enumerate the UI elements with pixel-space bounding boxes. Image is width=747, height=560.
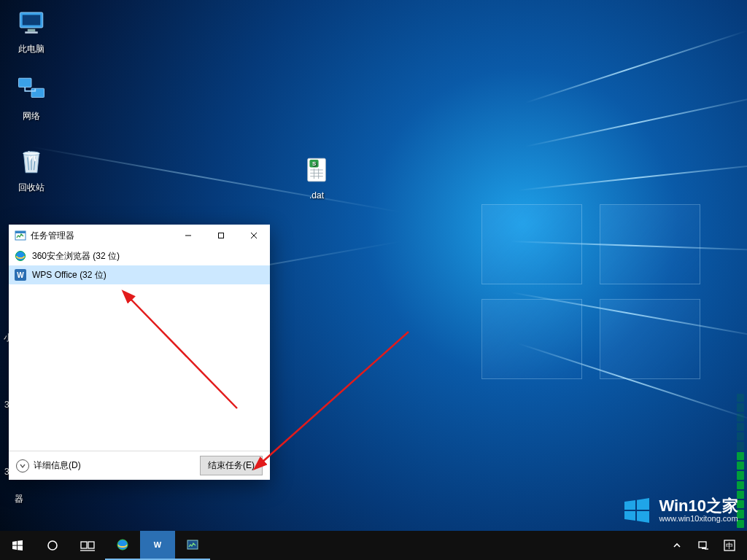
- svg-marker-27: [624, 500, 635, 510]
- tray-ime-button[interactable]: 中: [716, 540, 743, 551]
- window-title: 任务管理器: [31, 230, 171, 242]
- svg-rect-16: [15, 231, 26, 233]
- chevron-down-icon: [16, 459, 29, 472]
- svg-rect-43: [699, 542, 706, 548]
- watermark: Win10之家 www.win10xitong.com: [622, 496, 738, 525]
- task-view-icon: [80, 540, 95, 551]
- network-tray-icon: [697, 540, 709, 551]
- icon-label: 此电脑: [4, 43, 58, 55]
- svg-marker-30: [637, 511, 649, 523]
- watermark-title: Win10之家: [659, 498, 738, 514]
- minimize-button[interactable]: [171, 225, 204, 246]
- wps-icon: W: [152, 539, 163, 551]
- system-tray[interactable]: 中: [664, 531, 747, 560]
- process-name: 360安全浏览器 (32 位): [32, 250, 120, 262]
- wps-icon: W: [15, 269, 26, 281]
- process-row-selected[interactable]: W WPS Office (32 位): [9, 265, 270, 284]
- wallpaper-window-icon: [481, 204, 700, 379]
- ime-icon: 中: [724, 540, 735, 551]
- taskmgr-footer: 详细信息(D) 结束任务(E): [9, 451, 270, 480]
- svg-text:W: W: [154, 540, 162, 549]
- stray-label: 器: [15, 493, 23, 505]
- end-task-button[interactable]: 结束任务(E): [200, 456, 263, 475]
- svg-point-35: [48, 541, 57, 550]
- svg-marker-29: [624, 511, 635, 521]
- desktop[interactable]: 此电脑 网络 回收站 S .dat 小 3 3 器 任务管理器 360安全浏览器…: [0, 0, 747, 560]
- start-button[interactable]: [0, 531, 35, 560]
- svg-line-26: [261, 332, 409, 463]
- ie-icon: [117, 539, 128, 551]
- network-icon: [16, 74, 47, 105]
- task-view-button[interactable]: [70, 531, 105, 560]
- taskbar-app-wps[interactable]: W: [140, 531, 175, 560]
- taskbar-app-360browser[interactable]: [105, 531, 140, 560]
- svg-marker-31: [12, 541, 17, 545]
- pc-icon: [16, 7, 47, 38]
- desktop-icon-network[interactable]: 网络: [4, 74, 58, 122]
- titlebar[interactable]: 任务管理器: [9, 225, 270, 246]
- svg-rect-18: [218, 233, 223, 238]
- ie-icon: [15, 250, 26, 262]
- taskbar[interactable]: W 中: [0, 531, 747, 560]
- watermark-url: www.win10xitong.com: [659, 514, 738, 523]
- circle-icon: [47, 540, 58, 551]
- more-details-label: 详细信息(D): [34, 459, 81, 472]
- icon-label: 网络: [4, 110, 58, 122]
- maximize-button[interactable]: [204, 225, 237, 246]
- close-button[interactable]: [237, 225, 270, 246]
- svg-rect-4: [19, 78, 32, 87]
- desktop-icon-this-pc[interactable]: 此电脑: [4, 7, 58, 55]
- svg-rect-36: [81, 542, 87, 548]
- svg-text:W: W: [17, 271, 24, 279]
- taskmgr-icon: [187, 539, 198, 551]
- process-list[interactable]: 360安全浏览器 (32 位) W WPS Office (32 位): [9, 246, 270, 451]
- svg-rect-5: [31, 88, 44, 97]
- wallpaper-streak: [525, 30, 747, 104]
- windows-logo-icon: [622, 496, 651, 525]
- recycle-bin-icon: [16, 146, 47, 176]
- windows-logo-icon: [12, 540, 23, 551]
- svg-text:S: S: [312, 160, 316, 167]
- icon-label: .dat: [290, 190, 344, 201]
- icon-label: 回收站: [4, 182, 58, 194]
- svg-rect-1: [23, 15, 41, 26]
- svg-marker-33: [12, 546, 17, 551]
- cortana-button[interactable]: [35, 531, 70, 560]
- svg-rect-2: [28, 29, 36, 32]
- process-name: WPS Office (32 位): [32, 269, 107, 281]
- svg-rect-37: [88, 542, 94, 548]
- svg-marker-28: [637, 498, 649, 510]
- desktop-icon-dat-file[interactable]: S .dat: [290, 155, 344, 201]
- wallpaper-streak: [29, 146, 403, 213]
- more-details-button[interactable]: 详细信息(D): [16, 459, 194, 472]
- process-row[interactable]: 360安全浏览器 (32 位): [9, 246, 270, 265]
- desktop-icon-recycle-bin[interactable]: 回收站: [4, 146, 58, 194]
- task-manager-window[interactable]: 任务管理器 360安全浏览器 (32 位) W WPS Office (32 位…: [9, 225, 270, 480]
- taskbar-app-taskmgr[interactable]: [175, 531, 210, 560]
- tray-network-button[interactable]: [690, 540, 716, 551]
- svg-point-6: [23, 152, 40, 155]
- svg-marker-34: [18, 546, 23, 551]
- svg-text:中: 中: [726, 542, 733, 550]
- chevron-up-icon: [673, 541, 681, 550]
- svg-marker-32: [18, 540, 23, 545]
- spreadsheet-file-icon: S: [301, 155, 332, 185]
- wallpaper-streak: [525, 94, 747, 147]
- taskmgr-icon: [15, 230, 26, 241]
- wallpaper-streak: [518, 162, 747, 191]
- tray-overflow-button[interactable]: [664, 541, 690, 550]
- svg-rect-3: [25, 31, 38, 34]
